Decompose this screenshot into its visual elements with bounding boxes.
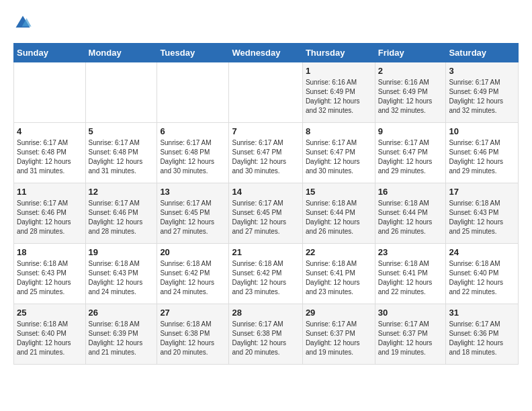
day-number: 6: [160, 126, 226, 136]
calendar-week-row: 18Sunrise: 6:18 AM Sunset: 6:43 PM Dayli…: [14, 244, 519, 304]
calendar-cell: 9Sunrise: 6:17 AM Sunset: 6:47 PM Daylig…: [375, 123, 446, 183]
day-of-week-header: Tuesday: [157, 44, 229, 62]
day-info: Sunrise: 6:18 AM Sunset: 6:43 PM Dayligh…: [17, 259, 83, 297]
day-number: 9: [378, 126, 443, 136]
calendar-cell: 7Sunrise: 6:17 AM Sunset: 6:47 PM Daylig…: [229, 123, 302, 183]
day-info: Sunrise: 6:18 AM Sunset: 6:38 PM Dayligh…: [160, 320, 226, 357]
calendar-cell: 18Sunrise: 6:18 AM Sunset: 6:43 PM Dayli…: [14, 244, 86, 304]
calendar-cell: 10Sunrise: 6:17 AM Sunset: 6:46 PM Dayli…: [446, 123, 519, 183]
calendar-cell: 12Sunrise: 6:17 AM Sunset: 6:46 PM Dayli…: [85, 183, 157, 244]
day-info: Sunrise: 6:17 AM Sunset: 6:37 PM Dayligh…: [306, 320, 372, 357]
calendar-cell: 27Sunrise: 6:18 AM Sunset: 6:38 PM Dayli…: [157, 304, 229, 365]
day-info: Sunrise: 6:18 AM Sunset: 6:44 PM Dayligh…: [378, 199, 443, 236]
calendar-cell: 13Sunrise: 6:17 AM Sunset: 6:45 PM Dayli…: [157, 183, 229, 244]
day-info: Sunrise: 6:18 AM Sunset: 6:42 PM Dayligh…: [232, 259, 299, 297]
day-of-week-header: Friday: [375, 44, 446, 62]
day-number: 18: [17, 247, 83, 257]
day-number: 29: [306, 308, 372, 318]
calendar-cell: 23Sunrise: 6:18 AM Sunset: 6:41 PM Dayli…: [375, 244, 446, 304]
day-of-week-header: Monday: [85, 44, 157, 62]
day-info: Sunrise: 6:17 AM Sunset: 6:47 PM Dayligh…: [378, 138, 443, 176]
day-info: Sunrise: 6:18 AM Sunset: 6:44 PM Dayligh…: [306, 199, 372, 236]
day-of-week-header: Wednesday: [229, 44, 302, 62]
calendar-cell: 5Sunrise: 6:17 AM Sunset: 6:48 PM Daylig…: [85, 123, 157, 183]
calendar-cell: 21Sunrise: 6:18 AM Sunset: 6:42 PM Dayli…: [229, 244, 302, 304]
day-info: Sunrise: 6:17 AM Sunset: 6:36 PM Dayligh…: [449, 320, 515, 357]
day-number: 25: [17, 308, 83, 318]
calendar-header-row: SundayMondayTuesdayWednesdayThursdayFrid…: [14, 44, 519, 62]
page-header: [13, 13, 519, 32]
day-number: 3: [449, 66, 515, 76]
calendar-cell: 6Sunrise: 6:17 AM Sunset: 6:48 PM Daylig…: [157, 123, 229, 183]
logo: [13, 13, 35, 32]
calendar-cell: 1Sunrise: 6:16 AM Sunset: 6:49 PM Daylig…: [302, 62, 375, 123]
day-number: 15: [306, 187, 372, 197]
day-info: Sunrise: 6:18 AM Sunset: 6:43 PM Dayligh…: [449, 199, 515, 236]
day-number: 17: [449, 187, 515, 197]
day-number: 5: [89, 126, 154, 136]
calendar-cell: 14Sunrise: 6:17 AM Sunset: 6:45 PM Dayli…: [229, 183, 302, 244]
day-number: 20: [160, 247, 226, 257]
day-number: 8: [306, 126, 372, 136]
day-number: 12: [89, 187, 154, 197]
day-number: 19: [89, 247, 154, 257]
calendar-cell: 20Sunrise: 6:18 AM Sunset: 6:42 PM Dayli…: [157, 244, 229, 304]
calendar-cell: 11Sunrise: 6:17 AM Sunset: 6:46 PM Dayli…: [14, 183, 86, 244]
day-of-week-header: Thursday: [302, 44, 375, 62]
day-number: 2: [378, 66, 443, 76]
day-info: Sunrise: 6:17 AM Sunset: 6:45 PM Dayligh…: [232, 199, 299, 236]
calendar-cell: 16Sunrise: 6:18 AM Sunset: 6:44 PM Dayli…: [375, 183, 446, 244]
logo-icon: [13, 13, 32, 32]
day-number: 14: [232, 187, 299, 197]
day-info: Sunrise: 6:18 AM Sunset: 6:39 PM Dayligh…: [89, 320, 154, 357]
calendar-cell: 30Sunrise: 6:17 AM Sunset: 6:37 PM Dayli…: [375, 304, 446, 365]
day-info: Sunrise: 6:17 AM Sunset: 6:46 PM Dayligh…: [89, 199, 154, 236]
calendar-cell: 25Sunrise: 6:18 AM Sunset: 6:40 PM Dayli…: [14, 304, 86, 365]
calendar-week-row: 1Sunrise: 6:16 AM Sunset: 6:49 PM Daylig…: [14, 62, 519, 123]
calendar-cell: 4Sunrise: 6:17 AM Sunset: 6:48 PM Daylig…: [14, 123, 86, 183]
day-number: 24: [449, 247, 515, 257]
calendar-cell: 29Sunrise: 6:17 AM Sunset: 6:37 PM Dayli…: [302, 304, 375, 365]
day-number: 27: [160, 308, 226, 318]
day-info: Sunrise: 6:17 AM Sunset: 6:48 PM Dayligh…: [160, 138, 226, 176]
day-of-week-header: Saturday: [446, 44, 519, 62]
day-info: Sunrise: 6:17 AM Sunset: 6:49 PM Dayligh…: [449, 78, 515, 116]
day-info: Sunrise: 6:18 AM Sunset: 6:42 PM Dayligh…: [160, 259, 226, 297]
calendar-table: SundayMondayTuesdayWednesdayThursdayFrid…: [13, 43, 519, 365]
calendar-cell: 3Sunrise: 6:17 AM Sunset: 6:49 PM Daylig…: [446, 62, 519, 123]
day-number: 21: [232, 247, 299, 257]
day-info: Sunrise: 6:17 AM Sunset: 6:47 PM Dayligh…: [232, 138, 299, 176]
day-info: Sunrise: 6:17 AM Sunset: 6:37 PM Dayligh…: [378, 320, 443, 357]
day-number: 28: [232, 308, 299, 318]
calendar-week-row: 11Sunrise: 6:17 AM Sunset: 6:46 PM Dayli…: [14, 183, 519, 244]
day-number: 26: [89, 308, 154, 318]
calendar-week-row: 4Sunrise: 6:17 AM Sunset: 6:48 PM Daylig…: [14, 123, 519, 183]
day-of-week-header: Sunday: [14, 44, 86, 62]
calendar-week-row: 25Sunrise: 6:18 AM Sunset: 6:40 PM Dayli…: [14, 304, 519, 365]
day-info: Sunrise: 6:16 AM Sunset: 6:49 PM Dayligh…: [306, 78, 372, 116]
calendar-cell: 24Sunrise: 6:18 AM Sunset: 6:40 PM Dayli…: [446, 244, 519, 304]
day-info: Sunrise: 6:18 AM Sunset: 6:41 PM Dayligh…: [378, 259, 443, 297]
calendar-cell: 22Sunrise: 6:18 AM Sunset: 6:41 PM Dayli…: [302, 244, 375, 304]
day-info: Sunrise: 6:16 AM Sunset: 6:49 PM Dayligh…: [378, 78, 443, 116]
calendar-cell: 19Sunrise: 6:18 AM Sunset: 6:43 PM Dayli…: [85, 244, 157, 304]
calendar-cell: [229, 62, 302, 123]
day-number: 16: [378, 187, 443, 197]
day-number: 1: [306, 66, 372, 76]
day-info: Sunrise: 6:17 AM Sunset: 6:47 PM Dayligh…: [306, 138, 372, 176]
day-info: Sunrise: 6:18 AM Sunset: 6:43 PM Dayligh…: [89, 259, 154, 297]
day-info: Sunrise: 6:17 AM Sunset: 6:48 PM Dayligh…: [89, 138, 154, 176]
day-number: 23: [378, 247, 443, 257]
day-number: 22: [306, 247, 372, 257]
day-info: Sunrise: 6:18 AM Sunset: 6:41 PM Dayligh…: [306, 259, 372, 297]
calendar-cell: 17Sunrise: 6:18 AM Sunset: 6:43 PM Dayli…: [446, 183, 519, 244]
day-info: Sunrise: 6:17 AM Sunset: 6:48 PM Dayligh…: [17, 138, 83, 176]
calendar-cell: 8Sunrise: 6:17 AM Sunset: 6:47 PM Daylig…: [302, 123, 375, 183]
day-info: Sunrise: 6:18 AM Sunset: 6:40 PM Dayligh…: [17, 320, 83, 357]
day-number: 30: [378, 308, 443, 318]
day-info: Sunrise: 6:17 AM Sunset: 6:46 PM Dayligh…: [449, 138, 515, 176]
day-info: Sunrise: 6:18 AM Sunset: 6:40 PM Dayligh…: [449, 259, 515, 297]
day-number: 4: [17, 126, 83, 136]
day-number: 10: [449, 126, 515, 136]
day-info: Sunrise: 6:17 AM Sunset: 6:46 PM Dayligh…: [17, 199, 83, 236]
